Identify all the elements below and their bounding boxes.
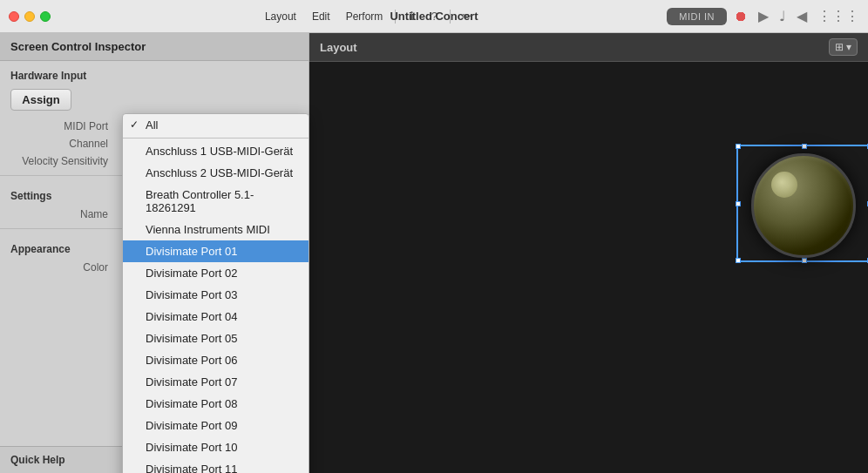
dropdown-item[interactable]: Vienna Instruments MIDI: [123, 219, 309, 240]
handle-bm[interactable]: [802, 258, 807, 263]
velocity-label: Velocity Sensitivity: [10, 155, 115, 167]
dropdown-item[interactable]: Divisimate Port 11: [123, 458, 309, 473]
layout-button[interactable]: Layout: [258, 8, 303, 25]
dropdown-item[interactable]: Divisimate Port 04: [123, 306, 309, 328]
dropdown-item[interactable]: Divisimate Port 09: [123, 415, 309, 436]
window-title: Untitled Concert: [390, 10, 478, 23]
dropdown-item[interactable]: Divisimate Port 06: [123, 349, 309, 371]
play-icon[interactable]: ▶: [758, 8, 769, 24]
dropdown-item[interactable]: Anschluss 1 USB-MIDI-Gerät: [123, 140, 309, 162]
close-button[interactable]: [9, 11, 19, 22]
dropdown-item[interactable]: Divisimate Port 03: [123, 284, 309, 306]
toolbar-icons: ⏺ ▶ ♩ ◀ ⋮⋮⋮: [734, 8, 859, 24]
mixer-icon[interactable]: ⋮⋮⋮: [817, 8, 859, 24]
dropdown-item[interactable]: Divisimate Port 02: [123, 262, 309, 284]
layout-title: Layout: [320, 41, 357, 54]
layout-content[interactable]: [309, 62, 868, 473]
midi-port-dropdown[interactable]: AllAnschluss 1 USB-MIDI-GerätAnschluss 2…: [122, 113, 309, 473]
rewind-icon[interactable]: ◀: [797, 8, 807, 24]
dropdown-item[interactable]: Divisimate Port 10: [123, 436, 309, 458]
dropdown-item[interactable]: Anschluss 2 USB-MIDI-Gerät: [123, 162, 309, 184]
handle-tl[interactable]: [736, 144, 741, 149]
dropdown-item[interactable]: Divisimate Port 07: [123, 371, 309, 393]
color-label: Color: [10, 261, 115, 274]
dropdown-item[interactable]: Divisimate Port 01: [123, 240, 309, 262]
midi-port-label: MIDI Port: [10, 120, 115, 132]
knob-container[interactable]: [736, 145, 868, 262]
dropdown-divider: [123, 138, 309, 139]
dropdown-item[interactable]: All: [123, 114, 309, 136]
channel-label: Channel: [10, 138, 115, 150]
midi-in-button[interactable]: MIDI IN: [667, 8, 727, 25]
inspector-title: Screen Control Inspector: [0, 33, 309, 61]
dropdown-item[interactable]: Breath Controller 5.1-18261291: [123, 184, 309, 219]
maximize-button[interactable]: [40, 11, 51, 22]
handle-ml[interactable]: [736, 201, 741, 206]
hardware-input-header: Hardware Input: [0, 61, 309, 85]
expand-icon: ⊞: [835, 41, 844, 53]
dropdown-item[interactable]: Divisimate Port 08: [123, 393, 309, 415]
name-label: Name: [10, 208, 115, 220]
record-icon[interactable]: ⏺: [734, 9, 748, 24]
expand-chevron: ▾: [846, 41, 851, 53]
title-bar: Layout Edit Perform ℹ ? ✏ Untitled Conce…: [0, 0, 868, 33]
perform-button[interactable]: Perform: [339, 8, 390, 25]
metronome-icon[interactable]: ♩: [779, 8, 786, 24]
edit-button[interactable]: Edit: [305, 8, 337, 25]
traffic-lights: [9, 11, 51, 22]
handle-bl[interactable]: [736, 258, 741, 263]
handle-tm[interactable]: [802, 144, 807, 149]
assign-button[interactable]: Assign: [10, 89, 71, 111]
right-panel: Layout ⊞ ▾: [309, 33, 868, 473]
layout-expand-button[interactable]: ⊞ ▾: [829, 38, 858, 56]
toolbar-right: MIDI IN ⏺ ▶ ♩ ◀ ⋮⋮⋮: [667, 8, 859, 25]
minimize-button[interactable]: [24, 11, 35, 22]
layout-header: Layout ⊞ ▾: [309, 33, 868, 62]
dropdown-item[interactable]: Divisimate Port 05: [123, 328, 309, 349]
knob[interactable]: [751, 153, 856, 258]
